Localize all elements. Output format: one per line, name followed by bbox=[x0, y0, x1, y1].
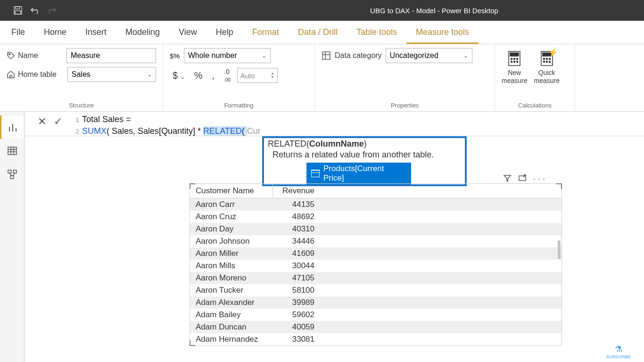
svg-point-10 bbox=[514, 58, 515, 60]
svg-rect-33 bbox=[10, 176, 14, 179]
column-header-revenue[interactable]: Revenue bbox=[273, 184, 320, 198]
svg-point-18 bbox=[546, 58, 547, 60]
name-label: Name bbox=[18, 51, 38, 60]
redo-icon[interactable] bbox=[47, 6, 57, 15]
table-row[interactable]: Aaron Moreno47105 bbox=[190, 272, 561, 284]
intellisense-suggestion[interactable]: Products[Current Price] bbox=[306, 163, 411, 184]
properties-group-label: Properties bbox=[322, 100, 488, 110]
svg-point-11 bbox=[517, 58, 518, 60]
svg-point-12 bbox=[511, 61, 512, 63]
ribbon: Name Home table Sales Structure $% Whole… bbox=[0, 44, 644, 112]
cell-revenue: 41609 bbox=[273, 247, 320, 260]
cancel-formula-button[interactable]: ✕ bbox=[34, 114, 50, 130]
category-icon bbox=[322, 51, 331, 60]
visual-toolbar: · · · bbox=[503, 174, 545, 184]
cell-name: Aaron Mills bbox=[190, 260, 273, 272]
cell-revenue: 58100 bbox=[273, 284, 320, 296]
menubar: File Home Insert Modeling View Help Form… bbox=[0, 21, 644, 44]
table-visual[interactable]: Customer Name Revenue Aaron Carr44135Aar… bbox=[190, 183, 562, 346]
column-header-name[interactable]: Customer Name bbox=[190, 184, 273, 198]
report-view-button[interactable] bbox=[0, 115, 24, 139]
svg-point-22 bbox=[549, 61, 550, 63]
cell-name: Adam Duncan bbox=[190, 321, 273, 333]
cell-revenue: 34446 bbox=[273, 235, 320, 247]
menu-home[interactable]: Home bbox=[34, 22, 76, 44]
name-input[interactable] bbox=[66, 48, 156, 63]
svg-rect-36 bbox=[519, 176, 526, 181]
commit-formula-button[interactable]: ✓ bbox=[50, 114, 66, 130]
table-row[interactable]: Aaron Tucker58100 bbox=[190, 284, 561, 296]
cell-revenue: 40059 bbox=[273, 321, 320, 333]
cell-revenue: 48692 bbox=[273, 211, 320, 223]
cell-name: Aaron Tucker bbox=[190, 284, 273, 296]
svg-rect-8 bbox=[510, 53, 519, 56]
resize-handle-bl[interactable] bbox=[190, 340, 195, 346]
currency-button[interactable]: $ ⌄ bbox=[170, 69, 188, 82]
cell-revenue: 59602 bbox=[273, 309, 320, 321]
menu-file[interactable]: File bbox=[2, 22, 34, 44]
menu-help[interactable]: Help bbox=[206, 22, 243, 44]
comma-button[interactable]: , bbox=[209, 69, 217, 82]
menu-view[interactable]: View bbox=[169, 22, 206, 44]
category-label: Data category bbox=[335, 51, 382, 60]
more-icon[interactable]: · · · bbox=[533, 174, 545, 184]
table-row[interactable]: Aaron Miller41609 bbox=[190, 247, 561, 260]
table-row[interactable]: Adam Alexander39989 bbox=[190, 296, 561, 309]
resize-handle-tl[interactable] bbox=[190, 183, 195, 189]
table-header: Customer Name Revenue bbox=[190, 184, 561, 198]
cell-revenue: 44135 bbox=[273, 198, 320, 211]
cell-name: Adam Alexander bbox=[190, 296, 273, 309]
report-canvas[interactable]: · · · RELATED(ColumnName) Returns a rela… bbox=[25, 136, 644, 362]
format-icon: $% bbox=[170, 52, 180, 60]
formula-editor[interactable]: 1Total Sales = 2SUMX( Sales, Sales[Quant… bbox=[71, 114, 261, 137]
home-table-label: Home table bbox=[18, 70, 57, 79]
quick-measure-button[interactable]: ⚡ Quick measure bbox=[534, 50, 559, 85]
scrollbar-thumb[interactable] bbox=[558, 240, 561, 259]
titlebar: UBG to DAX - Model - Power BI Desktop bbox=[0, 0, 644, 21]
table-row[interactable]: Adam Bailey59602 bbox=[190, 309, 561, 321]
window-title: UBG to DAX - Model - Power BI Desktop bbox=[370, 7, 498, 15]
percent-button[interactable]: % bbox=[191, 69, 206, 82]
cell-revenue: 47105 bbox=[273, 272, 320, 284]
format-select[interactable]: Whole number bbox=[184, 48, 271, 63]
column-icon bbox=[311, 170, 320, 177]
table-row[interactable]: Aaron Johnson34446 bbox=[190, 235, 561, 247]
resize-handle-tr[interactable] bbox=[556, 183, 562, 189]
menu-table-tools[interactable]: Table tools bbox=[347, 22, 406, 44]
svg-rect-31 bbox=[8, 170, 11, 173]
ribbon-group-formatting: $% Whole number $ ⌄ % , .0.00 Auto ▲▼ Fo… bbox=[163, 44, 315, 111]
svg-point-14 bbox=[517, 61, 518, 63]
table-row[interactable]: Aaron Carr44135 bbox=[190, 198, 561, 211]
category-select[interactable]: Uncategorized bbox=[386, 48, 472, 63]
new-measure-button[interactable]: New measure bbox=[502, 50, 527, 85]
calculator-icon bbox=[506, 50, 523, 67]
view-bar bbox=[0, 112, 25, 362]
intellisense-description: Returns a related value from another tab… bbox=[264, 149, 465, 163]
menu-insert[interactable]: Insert bbox=[76, 22, 116, 44]
cell-name: Adam Hernandez bbox=[190, 333, 273, 346]
watermark: ⚗ SUBSCRIBE bbox=[606, 344, 631, 359]
undo-icon[interactable] bbox=[30, 6, 40, 15]
table-row[interactable]: Aaron Mills30044 bbox=[190, 260, 561, 272]
ribbon-group-calculations: New measure ⚡ Quick measure Calculations bbox=[495, 44, 575, 111]
home-table-select[interactable]: Sales bbox=[67, 67, 156, 82]
focus-icon[interactable] bbox=[518, 174, 527, 184]
filter-icon[interactable] bbox=[503, 174, 512, 184]
ribbon-group-properties: Data category Uncategorized Properties bbox=[315, 44, 495, 111]
menu-measure-tools[interactable]: Measure tools bbox=[406, 22, 479, 44]
data-view-button[interactable] bbox=[0, 139, 24, 163]
table-row[interactable]: Adam Duncan40059 bbox=[190, 321, 561, 333]
formula-bar: ✕ ✓ 1Total Sales = 2SUMX( Sales, Sales[Q… bbox=[25, 112, 644, 136]
calculations-group-label: Calculations bbox=[502, 100, 568, 110]
table-row[interactable]: Adam Hernandez33081 bbox=[190, 333, 561, 346]
menu-data-drill[interactable]: Data / Drill bbox=[289, 22, 347, 44]
save-icon[interactable] bbox=[13, 6, 23, 15]
cell-name: Adam Bailey bbox=[190, 309, 273, 321]
decimals-button[interactable]: .0.00 bbox=[221, 67, 233, 84]
menu-format[interactable]: Format bbox=[243, 22, 289, 44]
decimals-input[interactable]: Auto ▲▼ bbox=[237, 68, 278, 83]
model-view-button[interactable] bbox=[0, 163, 24, 186]
menu-modeling[interactable]: Modeling bbox=[116, 22, 169, 44]
table-row[interactable]: Aaron Cruz48692 bbox=[190, 211, 561, 223]
table-row[interactable]: Aaron Day40310 bbox=[190, 223, 561, 235]
